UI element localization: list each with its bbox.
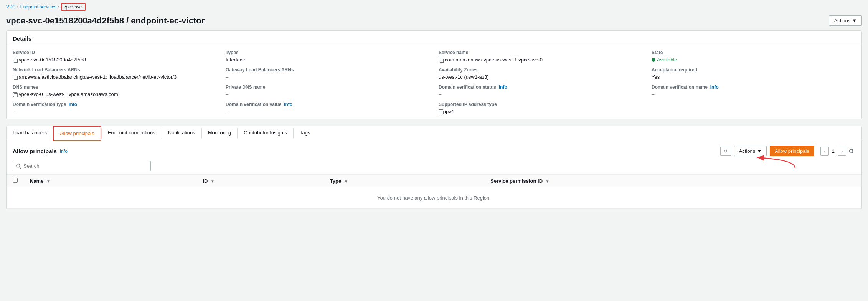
refresh-icon: ↺ [724,149,728,154]
nlb-arns-copy-icon[interactable] [13,75,17,79]
page-header: vpce-svc-0e1518200a4d2f5b8 / endpoint-ec… [0,14,868,30]
page-title: vpce-svc-0e1518200a4d2f5b8 / endpoint-ec… [6,16,205,26]
id-filter-icon[interactable]: ▼ [211,179,215,184]
status-available-dot [652,58,655,62]
domain-verification-name-label: Domain verification name Info [652,84,855,90]
types-label: Types [226,50,429,55]
domain-verification-name-info[interactable]: Info [710,84,719,90]
service-permission-filter-icon[interactable]: ▼ [546,179,550,184]
dns-names-label: DNS names [13,84,216,90]
dns-names-copy-icon[interactable] [13,92,17,97]
types-value: Interface [226,57,429,63]
domain-verification-status-label: Domain verification status Info [439,84,642,90]
type-column-header: Type ▼ [324,175,484,187]
refresh-button[interactable]: ↺ [720,147,731,156]
actions-chevron: ▼ [757,148,762,154]
allow-principals-info-link[interactable]: Info [60,149,68,154]
tab-contributor-insights[interactable]: Contributor Insights [238,126,293,141]
next-page-button[interactable]: › [838,147,846,156]
tab-notifications[interactable]: Notifications [162,126,201,141]
acceptance-required-group: Acceptance required Yes [652,67,855,80]
section-actions: ↺ Actions ▼ Allow principals [720,146,855,156]
section-header: Allow principals Info ↺ Actions ▼ Allow … [7,141,861,161]
search-icon [16,164,21,169]
supported-ip-copy-icon[interactable] [439,109,443,114]
principals-table: Name ▼ ID ▼ Type ▼ Service permission [7,175,861,209]
domain-verification-status-group: Domain verification status Info – [439,84,642,97]
section-title-row: Allow principals Info [13,148,68,154]
domain-verification-value-group: Domain verification value Info – [226,102,429,114]
allow-principals-button[interactable]: Allow principals [770,146,814,156]
allow-principals-btn-label: Allow principals [775,148,809,154]
page-actions-chevron: ▼ [852,18,857,23]
actions-dropdown-button[interactable]: Actions ▼ [734,146,767,156]
domain-verification-value-info[interactable]: Info [284,102,292,107]
tab-allow-principals[interactable]: Allow principals [53,126,101,141]
dns-names-value: vpce-svc-0 .us-west-1.vpce.amazonaws.com [13,91,216,97]
page-actions-label: Actions [834,18,850,23]
tab-tags[interactable]: Tags [294,126,316,141]
domain-verification-status-info[interactable]: Info [499,84,507,90]
acceptance-required-value: Yes [652,74,855,80]
private-dns-group: Private DNS name – [226,84,429,97]
service-id-group: Service ID vpce-svc-0e1518200a4d2f5b8 [13,50,216,63]
select-all-checkbox[interactable] [13,178,18,183]
breadcrumb-sep-1: › [17,4,19,10]
service-permission-id-column-header: Service permission ID ▼ [484,175,861,187]
search-input-wrap [13,161,151,171]
private-dns-label: Private DNS name [226,84,429,90]
domain-verification-name-value: – [652,91,855,97]
domain-verification-value-label: Domain verification value Info [226,102,429,107]
nlb-arns-label: Network Load Balancers ARNs [13,67,216,73]
arrow-indicator [787,157,818,172]
prev-page-button[interactable]: ‹ [820,147,829,156]
private-dns-value: – [226,91,429,97]
actions-label: Actions [739,148,756,154]
domain-verification-name-group: Domain verification name Info – [652,84,855,97]
search-bar [7,161,861,174]
nlb-arns-group: Network Load Balancers ARNs arn:aws:elas… [13,67,216,80]
tabs-bar: Load balancers Allow principals Endpoint… [6,126,862,141]
glb-arns-group: Gateway Load Balancers ARNs – [226,67,429,80]
breadcrumb-current: vpce-svc- [61,3,85,11]
availability-zones-label: Availability Zones [439,67,642,73]
tab-monitoring[interactable]: Monitoring [202,126,238,141]
breadcrumb-vpc[interactable]: VPC [6,4,16,10]
page-actions-button[interactable]: Actions ▼ [829,15,862,26]
domain-verification-type-info[interactable]: Info [69,102,77,107]
section-title: Allow principals [13,148,57,154]
service-name-value: com.amazonaws.vpce.us-west-1.vpce-svc-0 [439,57,642,63]
name-column-header: Name ▼ [24,175,196,187]
domain-verification-status-value: – [439,91,642,97]
service-name-label: Service name [439,50,642,55]
service-id-copy-icon[interactable] [13,58,17,62]
name-filter-icon[interactable]: ▼ [46,179,50,184]
availability-zones-value: us-west-1c (usw1-az3) [439,74,642,80]
select-all-header [7,175,24,187]
availability-zones-group: Availability Zones us-west-1c (usw1-az3) [439,67,642,80]
details-card: Details Service ID vpce-svc-0e1518200a4d… [6,30,862,119]
table-settings-button[interactable]: ⚙ [847,147,855,155]
type-filter-icon[interactable]: ▼ [344,179,348,184]
breadcrumb: VPC › Endpoint services › vpce-svc- [0,0,868,14]
domain-verification-type-label: Domain verification type Info [13,102,216,107]
dns-names-group: DNS names vpce-svc-0 .us-west-1.vpce.ama… [13,84,216,97]
acceptance-required-label: Acceptance required [652,67,855,73]
supported-ip-label: Supported IP address type [439,102,642,107]
state-label: State [652,50,855,55]
supported-ip-group: Supported IP address type ipv4 [439,102,642,114]
supported-ip-value: ipv4 [439,109,642,114]
service-id-value: vpce-svc-0e1518200a4d2f5b8 [13,57,216,63]
glb-arns-value: – [226,74,429,80]
table-container: Name ▼ ID ▼ Type ▼ Service permission [7,174,861,209]
nlb-arns-value: arn:aws:elasticloadbalancing:us-west-1: … [13,74,216,80]
search-input[interactable] [23,163,147,169]
state-group: State Available [652,50,855,63]
service-id-label: Service ID [13,50,216,55]
service-name-copy-icon[interactable] [439,58,443,62]
tab-load-balancers[interactable]: Load balancers [7,126,53,141]
breadcrumb-endpoint-services[interactable]: Endpoint services [20,4,57,10]
breadcrumb-sep-2: › [58,4,59,10]
tab-endpoint-connections[interactable]: Endpoint connections [102,126,162,141]
domain-verification-value-value: – [226,109,429,114]
